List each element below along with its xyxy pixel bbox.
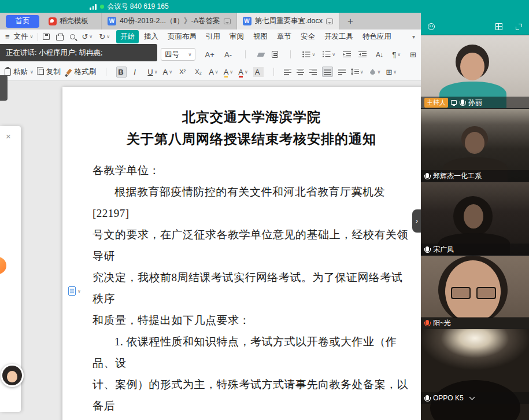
print-preview-icon[interactable] [70, 34, 75, 39]
bullet-list-icon [302, 51, 310, 58]
align-left-button[interactable] [284, 68, 291, 75]
decrease-indent-button[interactable] [343, 51, 351, 58]
line-spacing-button[interactable]: ∨ [351, 68, 364, 75]
assistant-avatar[interactable] [1, 364, 24, 387]
ribbon-tab-home[interactable]: 开始 [116, 30, 139, 43]
strikethrough-button[interactable]: A∨ [163, 68, 173, 76]
video-tile[interactable]: 郑辉杰一化工系 [421, 108, 529, 182]
numbered-list-button[interactable]: ∨ [323, 51, 335, 58]
docer-templates-item[interactable]: 稻壳模板 [49, 16, 88, 26]
smart-tag-button[interactable]: ∨ [68, 286, 81, 296]
char-shading-button[interactable]: A [253, 67, 264, 77]
panel-expand-handle[interactable]: › [412, 209, 421, 233]
chevron-right-icon: › [416, 217, 418, 225]
tab-week7-doc[interactable]: W 第七周重要事宜.docx [236, 13, 339, 30]
screen-share-icon [451, 100, 457, 105]
expand-icon[interactable] [516, 24, 522, 30]
decrease-indent-icon [343, 51, 351, 58]
undo-icon: ↺ [82, 32, 88, 41]
beauty-face-icon[interactable] [428, 23, 435, 30]
main-menu-icon[interactable]: ≡ [5, 32, 10, 41]
shrink-font-button[interactable]: A- [223, 49, 233, 60]
ribbon-tab-security[interactable]: 安全 [297, 30, 319, 43]
ribbon-tab-dev-tools[interactable]: 开发工具 [320, 30, 357, 43]
doc-salutation: 各教学单位： [93, 160, 410, 181]
text-effects-button[interactable]: A∨ [209, 68, 219, 76]
video-tile[interactable]: OPPO K5 [421, 329, 529, 420]
italic-button[interactable]: I [132, 67, 142, 78]
video-tile-host[interactable]: 主持人 孙丽 [421, 35, 529, 108]
caret-icon: ∨ [312, 52, 315, 57]
align-right-button[interactable] [309, 68, 317, 75]
file-menu[interactable]: 文件 ∨ [14, 32, 34, 42]
text-effects-label: A [209, 68, 214, 76]
subscript-button[interactable]: X₂ [193, 67, 204, 76]
save-icon[interactable] [43, 34, 50, 40]
align-left-icon [284, 68, 291, 75]
font-color-button[interactable]: A∨ [238, 68, 248, 76]
live-dot-icon [100, 5, 104, 9]
text-tool-icon[interactable] [272, 51, 278, 58]
undo-button[interactable]: ↺∨ [82, 32, 93, 41]
ribbon-tab-references[interactable]: 引用 [202, 30, 224, 43]
document-page[interactable]: 北京交通大学海滨学院 关于第八周网络授课结束考核安排的通知 各教学单位： 根据教… [62, 87, 421, 420]
video-tile[interactable]: 宋广凤 [421, 182, 529, 255]
ribbon-overflow-icon[interactable]: ▾ [412, 34, 415, 40]
home-button[interactable]: 首页 [6, 15, 39, 28]
caret-icon: ∨ [245, 69, 248, 75]
paragraph-mark-button[interactable]: ¶ ∨ [392, 50, 401, 59]
ribbon-tab-insert[interactable]: 插入 [140, 30, 162, 43]
sort-button[interactable]: A↓ [374, 50, 384, 59]
ribbon-tab-page-layout[interactable]: 页面布局 [164, 30, 201, 43]
bullet-list-button[interactable]: ∨ [302, 51, 315, 58]
participant-nameplate: 阳~光 [421, 317, 529, 329]
paste-button[interactable]: 粘贴 ∨ [5, 67, 34, 77]
redo-caret-icon: ∨ [106, 34, 110, 39]
align-center-icon [297, 68, 304, 75]
shading-button[interactable]: ∨ [369, 68, 381, 75]
align-center-button[interactable] [297, 68, 304, 75]
new-tab-button[interactable]: + [347, 16, 353, 26]
redo-icon: ↻ [99, 32, 105, 41]
underline-button[interactable]: U∨ [147, 68, 157, 76]
ribbon-tab-view[interactable]: 视图 [249, 30, 272, 43]
ribbon-tab-review[interactable]: 审阅 [225, 30, 248, 43]
mic-icon[interactable] [426, 395, 429, 400]
ribbon-tab-section[interactable]: 章节 [273, 30, 295, 43]
ribbon-tab-featured-apps[interactable]: 特色应用 [358, 30, 395, 43]
bold-button[interactable]: B [116, 67, 127, 78]
layout-grid-icon[interactable] [495, 23, 502, 30]
distribute-button[interactable] [338, 68, 346, 75]
clear-format-icon[interactable] [257, 53, 265, 57]
caret-icon: ∨ [360, 69, 364, 75]
video-tile[interactable]: 阳~光 [421, 255, 529, 329]
highlight-button[interactable]: A∨ [224, 68, 234, 76]
mic-icon[interactable] [426, 246, 429, 252]
mic-icon[interactable] [461, 100, 464, 105]
mic-icon[interactable] [426, 173, 429, 178]
print-icon[interactable] [56, 35, 64, 40]
side-panel-handle[interactable] [0, 75, 8, 101]
borders-button[interactable]: ⊞ ∨ [386, 68, 397, 76]
docer-label: 稻壳模板 [60, 16, 88, 26]
chevron-down-icon[interactable] [469, 395, 475, 400]
doc-line: 究决定，我校前8周结课考试实行网络考试。为了保证网络考试秩序 [93, 267, 410, 310]
participant-name: 孙丽 [468, 98, 482, 108]
format-painter-button[interactable]: 格式刷 [66, 67, 97, 77]
superscript-button[interactable]: X² [177, 67, 188, 76]
font-size-select[interactable]: 四号 ∨ [161, 48, 195, 61]
close-icon[interactable]: × [6, 132, 11, 141]
mic-active-icon[interactable] [426, 320, 429, 325]
redo-button[interactable]: ↻∨ [99, 32, 110, 41]
numbered-list-icon [323, 51, 331, 58]
tab-exam-answers[interactable]: W 40份-2019-2...（Ⅱ）》-A卷答案 [101, 13, 236, 30]
smart-tag-doc-icon [68, 286, 76, 296]
increase-indent-button[interactable] [358, 51, 367, 58]
layout-grid-button[interactable]: ⊞ [408, 49, 419, 60]
docer-icon [49, 17, 57, 25]
caret-icon: ∨ [397, 52, 401, 57]
justify-button[interactable] [322, 67, 333, 77]
copy-button[interactable]: 复制 [39, 67, 61, 77]
participant-name: 郑辉杰一化工系 [433, 171, 482, 181]
grow-font-button[interactable]: A+ [203, 49, 215, 60]
